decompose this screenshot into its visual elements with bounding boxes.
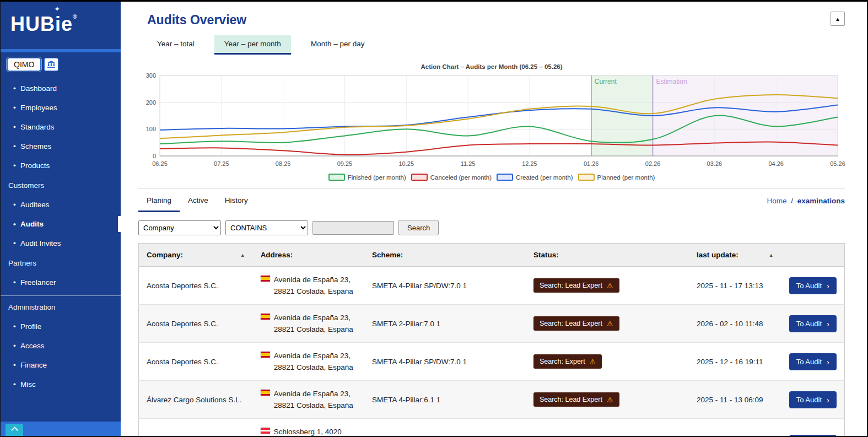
bank-icon[interactable]: [44, 58, 58, 71]
status-badge: Search: Lead Expert ⚠: [533, 316, 619, 331]
svg-text:0: 0: [153, 153, 156, 159]
page-title: Audits Overview: [147, 13, 845, 28]
subtab-history[interactable]: History: [217, 189, 256, 212]
to-audit-button[interactable]: To Audit ›: [789, 353, 837, 370]
sidebar-item-freelancer[interactable]: Freelancer: [1, 273, 121, 292]
table-row: Acosta Deportes S.C. Avenida de España 2…: [139, 343, 845, 381]
sidebar-item-audit-invites[interactable]: Audit Invites: [1, 234, 121, 253]
subtab-planing[interactable]: Planing: [138, 189, 180, 212]
warning-icon: ⚠: [607, 282, 613, 289]
registered-mark: ®: [73, 14, 77, 20]
sidebar-item-dashboard[interactable]: Dashboard: [1, 79, 121, 98]
chevron-right-icon: ›: [827, 358, 829, 366]
svg-text:01.26: 01.26: [584, 160, 599, 167]
svg-text:300: 300: [146, 72, 156, 79]
address-line1: Avenida de España 23,: [274, 274, 353, 285]
column-header-scheme[interactable]: Scheme:: [364, 244, 526, 267]
sidebar-item-access[interactable]: Access: [1, 336, 121, 355]
svg-text:09.25: 09.25: [337, 160, 353, 167]
status-text: Search: Lead Expert: [540, 320, 602, 327]
table-row: Álvarez Cargo Solutions S.L. Avenida de …: [139, 381, 845, 419]
sidebar-item-profile[interactable]: Profile: [1, 317, 121, 336]
address-line1: Schlossberg 1, 4020 Linz,: [274, 426, 357, 437]
address-line2: 28821 Coslada, España: [274, 323, 353, 335]
address-line1: Avenida de España 23,: [274, 388, 353, 400]
sidebar-item-employees[interactable]: Employees: [1, 98, 121, 117]
collapse-panel-button[interactable]: ▲: [831, 12, 845, 26]
to-audit-button[interactable]: To Audit ›: [789, 277, 837, 294]
to-audit-button[interactable]: To Audit ›: [789, 435, 837, 437]
main-content: ▲ Audits Overview Year – totalYear – per…: [121, 2, 867, 436]
to-audit-button[interactable]: To Audit ›: [789, 391, 837, 408]
status-text: Search: Lead Expert: [540, 396, 602, 403]
table-header-row: Company:▲Address:Scheme:Status:last upda…: [139, 244, 845, 267]
sidebar-section-customers: Customers: [1, 175, 121, 195]
sidebar-item-finance[interactable]: Finance: [1, 355, 121, 375]
sort-icon[interactable]: ▲: [240, 251, 245, 258]
address-line1: Avenida de España 23,: [274, 312, 353, 323]
sidebar-section-administration: Administration: [1, 297, 121, 317]
to-audit-button[interactable]: To Audit ›: [789, 315, 837, 332]
country-flag-icon: [261, 428, 270, 434]
sidebar-item-schemes[interactable]: Schemes: [1, 137, 121, 156]
to-audit-label: To Audit: [796, 320, 822, 328]
last-update: 2025 - 12 - 16 19:11: [697, 358, 763, 366]
filter-field-select[interactable]: Company: [138, 220, 221, 235]
chevron-right-icon: ›: [827, 396, 829, 404]
sidebar: HUBie® QIMO DashboardEmployeesStandardsS…: [1, 2, 121, 436]
svg-text:08.25: 08.25: [276, 160, 291, 167]
tab-year-per-month[interactable]: Year – per month: [214, 35, 291, 55]
last-update: 2025 - 11 - 13 06:09: [697, 396, 763, 404]
column-header-company[interactable]: Company:▲: [139, 244, 253, 267]
company-name: Acosta Deportes S.C.: [147, 282, 218, 290]
scheme-name: SMETA 4-Pillar:6.1 1: [372, 396, 440, 404]
filter-value-input[interactable]: [312, 221, 394, 235]
legend-item-created-per-month: Created (per month): [497, 174, 573, 181]
chart-legend: Finished (per month)Canceled (per month)…: [138, 174, 845, 181]
country-flag-icon: [261, 352, 270, 358]
sidebar-divider: [1, 295, 121, 296]
column-header-last-update[interactable]: last update:▲: [689, 244, 781, 267]
logo-text: HUBie®: [10, 13, 77, 35]
breadcrumb-home-link[interactable]: Home: [767, 197, 786, 205]
company-name: Álvarez Cargo Solutions S.L.: [147, 396, 242, 404]
sidebar-item-audits[interactable]: Audits: [1, 214, 121, 234]
legend-swatch: [411, 174, 428, 181]
svg-text:06.25: 06.25: [152, 160, 168, 167]
address-line2: 28821 Coslada, España: [274, 285, 353, 297]
org-selector-button[interactable]: QIMO: [7, 58, 41, 71]
chevron-right-icon: ›: [827, 320, 829, 328]
subtab-active[interactable]: Active: [180, 189, 217, 212]
tab-year-total[interactable]: Year – total: [147, 35, 204, 55]
filter-row: Company CONTAINS Search: [138, 220, 845, 235]
svg-text:03.26: 03.26: [707, 160, 723, 167]
audits-line-chart: 010020030006.2507.2508.2509.2510.2511.25…: [138, 72, 845, 170]
column-header-action[interactable]: [781, 244, 845, 267]
tab-month-per-day[interactable]: Month – per day: [301, 35, 375, 55]
sidebar-item-misc[interactable]: Misc: [1, 375, 121, 394]
sidebar-item-auditees[interactable]: Auditees: [1, 195, 121, 214]
sidebar-collapse-button[interactable]: [6, 424, 23, 436]
column-header-address[interactable]: Address:: [253, 244, 364, 267]
status-badge: Search: Lead Expert ⚠: [533, 392, 619, 407]
app-window: HUBie® QIMO DashboardEmployeesStandardsS…: [0, 0, 868, 437]
sidebar-item-products[interactable]: Products: [1, 156, 121, 175]
address-line1: Avenida de España 23,: [274, 350, 353, 362]
warning-icon: ⚠: [607, 396, 613, 403]
warning-icon: ⚠: [607, 320, 613, 327]
filter-operator-select[interactable]: CONTAINS: [225, 220, 308, 235]
legend-label: Canceled (per month): [430, 174, 492, 181]
svg-text:200: 200: [146, 99, 156, 106]
view-tabs: Year – totalYear – per monthMonth – per …: [147, 35, 845, 55]
to-audit-label: To Audit: [796, 396, 822, 404]
sort-icon[interactable]: ▲: [769, 251, 774, 258]
status-badge: Search: Expert ⚠: [533, 354, 602, 369]
search-button[interactable]: Search: [398, 220, 439, 235]
sidebar-item-standards[interactable]: Standards: [1, 117, 121, 137]
legend-item-finished-per-month: Finished (per month): [328, 174, 406, 181]
last-update: 2026 - 02 - 10 11:48: [697, 320, 763, 328]
chevron-up-icon: [11, 427, 18, 434]
scheme-name: SMETA 4-Pillar SP/DW:7.0 1: [372, 358, 467, 366]
to-audit-label: To Audit: [796, 358, 822, 366]
column-header-status[interactable]: Status:: [526, 244, 689, 267]
